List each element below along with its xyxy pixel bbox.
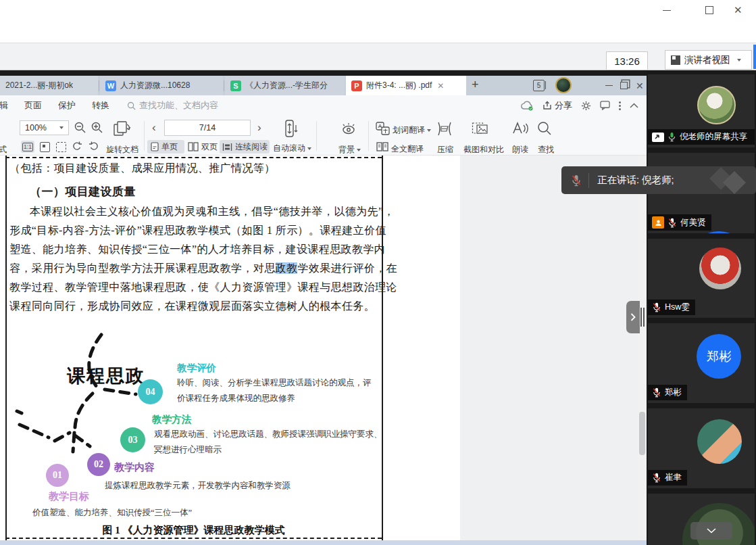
share-icon <box>543 101 552 110</box>
share-button[interactable]: 分享 <box>543 99 572 112</box>
sidebar-resize-grip[interactable] <box>640 308 642 327</box>
tab-list-badge[interactable]: 5 <box>533 80 545 91</box>
settings-gear-icon[interactable] <box>581 101 591 111</box>
doc-heading: （一）项目建设质量 <box>30 184 136 199</box>
doc-line-with-selection: 容，采用行为导向型教学方法开展课程思政教学，对思政教学效果进行评价，在 <box>9 262 397 276</box>
double-page-button[interactable]: 双页 <box>188 140 224 153</box>
doc-line: （包括：项目建设质量、成果应用情况、推广情况等） <box>9 162 276 176</box>
chevron-down-icon <box>707 528 716 534</box>
diagram-step-03: 03 <box>120 427 145 452</box>
pdf-tabbar: 2021-2...丽-期初ok W 人力资源微...10628 S 《人力资源.… <box>0 76 647 95</box>
menu-page[interactable]: 页面 <box>16 99 50 112</box>
zoom-out-icon[interactable] <box>74 122 86 133</box>
actual-size-button[interactable]: 1:1 <box>21 141 34 153</box>
pdf-menubar: 编辑 页面 保护 转换 查找功能、文档内容 分享 <box>0 95 647 116</box>
scroll-participants-down-button[interactable] <box>690 522 732 540</box>
rotate-right-icon[interactable] <box>89 141 99 152</box>
pdf-restore-icon[interactable] <box>620 82 628 89</box>
pdf-app-window: 2021-2...丽-期初ok W 人力资源微...10628 S 《人力资源.… <box>0 76 647 540</box>
mic-muted-icon <box>571 174 582 187</box>
mode-label[interactable]: 模式 <box>0 144 7 156</box>
rotate-left-icon[interactable] <box>72 141 82 152</box>
menu-protect[interactable]: 保护 <box>50 99 84 112</box>
fit-page-icon[interactable] <box>40 142 50 152</box>
collapse-toolbar-icon[interactable] <box>630 103 638 108</box>
diagram-step-02: 02 <box>87 453 110 476</box>
diagram-root-label: 课程思政 <box>67 364 145 388</box>
speaker-view-icon <box>671 55 680 65</box>
participant-tile-5[interactable]: 崔聿 <box>648 408 755 488</box>
avatar <box>686 231 751 233</box>
participant-label: 崔聿 <box>648 470 687 485</box>
cloud-sync-icon[interactable] <box>520 101 534 111</box>
screen: ✕ 您正在观看倪老师的屏幕 13:26 演讲者视图 2021-2...丽- <box>0 0 756 545</box>
text-selection: 政教 <box>276 262 298 274</box>
menu-edit[interactable]: 编辑 <box>0 99 16 112</box>
figure-caption: 图 1 《人力资源管理》课程思政教学模式 <box>5 524 382 537</box>
mic-muted-icon <box>652 302 661 312</box>
mic-muted-icon <box>667 218 677 228</box>
close-icon[interactable]: ✕ <box>734 5 743 15</box>
participant-tile-teacher[interactable]: 倪老师的屏幕共享 <box>648 74 755 147</box>
participant-tile-3[interactable]: Hsw雯 <box>648 239 755 318</box>
doc-tab-4-active[interactable]: P 附件3-4: ...丽) .pdf ✕ <box>346 76 466 95</box>
participant-label: 何美贤 <box>648 214 711 231</box>
doc-tab-3[interactable]: S 《人力资源...-学生部分 <box>225 76 345 95</box>
function-search[interactable]: 查找功能、文档内容 <box>127 99 218 112</box>
meeting-clock: 13:26 <box>606 51 648 70</box>
mic-muted-icon <box>652 387 661 398</box>
next-page-icon[interactable]: › <box>257 121 261 135</box>
screen-share-icon <box>652 133 664 142</box>
pdf-toolbar: 模式 100% 1:1 旋转文档 ‹ 7/14 › 单页 <box>0 116 647 156</box>
avatar: 郑彬 <box>697 334 741 379</box>
meeting-topbar: 13:26 演讲者视图 <box>0 43 756 70</box>
prev-page-icon[interactable]: ‹ <box>152 121 156 135</box>
continuous-read-button[interactable]: 连续阅读 <box>220 140 270 153</box>
speaking-toast: 正在讲话: 倪老师; <box>561 166 756 194</box>
meeting-banner-row: 您正在观看倪老师的屏幕 <box>0 20 756 43</box>
chevron-down-icon <box>737 59 741 62</box>
mic-on-icon <box>667 132 676 142</box>
menu-convert[interactable]: 转换 <box>84 99 118 112</box>
view-mode-label: 演讲者视图 <box>684 54 730 66</box>
writer-file-icon: W <box>105 80 116 91</box>
pdf-minimize-icon[interactable] <box>605 85 613 86</box>
account-avatar[interactable] <box>555 77 572 93</box>
view-mode-selector[interactable]: 演讲者视图 <box>665 50 752 70</box>
comment-icon[interactable] <box>600 101 610 110</box>
diagram-step-04: 04 <box>138 379 163 404</box>
maximize-icon[interactable] <box>705 5 715 15</box>
page-indicator[interactable]: 7/14 <box>164 120 251 136</box>
speaking-toast-text: 正在讲话: 倪老师; <box>597 174 674 187</box>
doc-tab-2[interactable]: W 人力资源微...10628 <box>100 76 223 95</box>
pdf-file-icon: P <box>351 80 362 91</box>
participant-label: Hsw雯 <box>648 300 695 315</box>
mic-muted-icon <box>652 473 661 483</box>
zoom-in-icon[interactable] <box>91 122 103 133</box>
minimize-icon[interactable] <box>663 5 672 15</box>
participant-tile-4[interactable]: 郑彬 郑彬 <box>648 323 755 403</box>
avatar <box>697 86 736 124</box>
window-titlebar: ✕ <box>0 0 756 20</box>
more-menu-icon[interactable] <box>619 101 621 110</box>
document-viewport[interactable]: （包括：项目建设质量、成果应用情况、推广情况等） （一）项目建设质量 本课程以社… <box>0 156 647 540</box>
fit-width-icon[interactable] <box>56 142 66 152</box>
single-page-icon <box>151 142 159 151</box>
sidebar-collapse-handle[interactable] <box>626 301 640 333</box>
document-scrollbar[interactable] <box>638 156 647 540</box>
double-page-icon <box>188 142 199 151</box>
edge-accent <box>753 45 756 69</box>
single-page-button[interactable]: 单页 <box>147 140 184 153</box>
scrollbar-thumb[interactable] <box>639 412 645 455</box>
new-tab-icon[interactable]: + <box>472 78 479 92</box>
doc-tab-1[interactable]: 2021-2...丽-期初ok <box>0 76 98 95</box>
search-icon <box>127 101 136 110</box>
tab-close-icon[interactable]: ✕ <box>437 81 444 91</box>
participants-sidebar: 倪老师的屏幕共享 何美贤 Hsw雯 郑彬 郑彬 <box>647 70 756 545</box>
shared-screen-top-edge <box>0 70 756 76</box>
pdf-close-icon[interactable]: ✕ <box>636 80 644 91</box>
continuous-read-icon <box>222 143 232 151</box>
sheet-file-icon: S <box>230 80 241 91</box>
zoom-level-select[interactable]: 100% <box>20 120 69 135</box>
document-page: （包括：项目建设质量、成果应用情况、推广情况等） （一）项目建设质量 本课程以社… <box>0 156 460 540</box>
